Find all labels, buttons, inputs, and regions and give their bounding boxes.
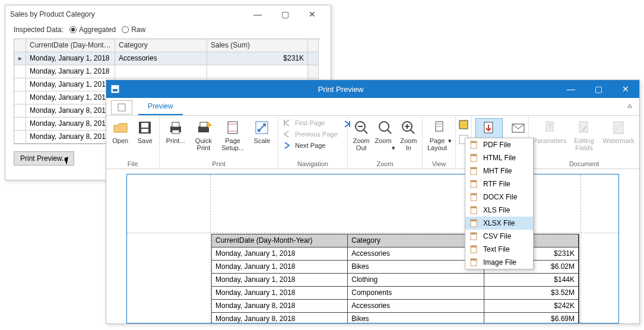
file-icon — [470, 232, 478, 240]
scroll-head — [308, 39, 319, 52]
save-button[interactable]: Save — [135, 118, 156, 154]
file-icon — [470, 154, 478, 162]
preview-table-row: Monday, January 1, 2018Clothing$144K — [212, 274, 579, 287]
svg-rect-51 — [471, 220, 477, 221]
app-icon — [106, 84, 124, 94]
grid-header-row: CurrentDate (Day-Month... Category Sales… — [14, 39, 320, 52]
svg-line-21 — [388, 130, 391, 134]
svg-line-23 — [411, 130, 414, 134]
file-icon — [470, 193, 478, 201]
svg-text:?: ? — [548, 122, 552, 131]
radio-aggregated[interactable]: Aggregated — [69, 26, 116, 34]
svg-rect-4 — [141, 123, 148, 128]
scale-button[interactable]: Scale — [250, 118, 274, 154]
collapse-ribbon-icon[interactable]: ㅿ — [626, 101, 633, 112]
print-preview-window: Print Preview — ▢ ✕ Preview ㅿ Open Save — [106, 80, 640, 324]
pv-close-button[interactable]: ✕ — [612, 80, 639, 98]
page-layout-button[interactable]: Page Layout ▾ — [426, 118, 452, 154]
group-zoom: Zoom Out Zoom▾ Zoom In Zoom — [348, 116, 423, 169]
ribbon-app-menu[interactable] — [111, 100, 132, 115]
grid-row[interactable]: ▸Monday, January 1, 2018Accessories$231K — [14, 52, 320, 65]
sales-title: Sales by Product Category — [10, 10, 244, 18]
preview-table-row: Monday, January 1, 2018Components$3.52M — [212, 287, 579, 300]
svg-rect-1 — [113, 89, 118, 91]
file-icon — [470, 180, 478, 188]
quick-print-button[interactable]: Quick Print — [191, 118, 215, 154]
previous-page-button[interactable]: Previous Page — [282, 129, 344, 139]
print-button[interactable]: Print... — [163, 118, 188, 154]
pv-minimize-button[interactable]: — — [557, 80, 585, 98]
export-menu-item[interactable]: RTF File — [465, 177, 533, 191]
editing-fields-button[interactable]: Editing Fields — [570, 118, 598, 154]
svg-rect-5 — [141, 129, 148, 132]
svg-rect-57 — [471, 259, 477, 261]
svg-rect-55 — [471, 246, 477, 248]
radio-raw[interactable]: Raw — [122, 26, 145, 34]
file-icon — [470, 258, 478, 266]
export-menu-item[interactable]: MHT File — [465, 164, 533, 177]
svg-rect-39 — [471, 141, 477, 143]
file-icon — [470, 245, 478, 253]
svg-line-18 — [364, 130, 367, 134]
group-navigation: First Page Previous Page Next Page Navig… — [278, 116, 348, 169]
sales-titlebar: Sales by Product Category — ▢ ✕ — [5, 5, 331, 23]
print-preview-button[interactable]: Print Preview... — [14, 151, 74, 166]
close-button[interactable]: ✕ — [299, 5, 326, 23]
svg-rect-11 — [228, 122, 237, 134]
group-print: Print... Quick Print Page Setup... Scale… — [160, 116, 278, 169]
export-menu-item[interactable]: Text File — [465, 243, 533, 256]
export-menu-item[interactable]: XLSX File — [465, 217, 533, 230]
next-page-button[interactable]: Next Page — [282, 141, 344, 150]
pv-maximize-button[interactable]: ▢ — [585, 80, 612, 98]
svg-rect-8 — [172, 130, 179, 134]
svg-point-20 — [379, 122, 389, 131]
preview-table-row: Monday, January 8, 2018Accessories$242K — [212, 300, 579, 313]
export-menu-item[interactable]: PDF File — [465, 138, 533, 151]
document-area[interactable]: CurrentDate (Day-Month-Year) Category Sa… — [106, 169, 639, 323]
col-sales[interactable]: Sales (Sum) — [207, 39, 308, 52]
tab-preview[interactable]: Preview — [138, 99, 183, 115]
svg-rect-53 — [471, 233, 477, 234]
first-page-button[interactable]: First Page — [282, 118, 344, 128]
export-menu-item[interactable]: DOCX File — [465, 191, 533, 204]
parameters-button[interactable]: ? Parameters — [532, 118, 567, 154]
export-menu-item[interactable]: XLS File — [465, 204, 533, 217]
export-dropdown: PDF FileHTML FileMHT FileRTF FileDOCX Fi… — [465, 138, 534, 269]
ribbon-tabs: Preview — [106, 98, 639, 116]
grid-row[interactable]: Monday, January 1, 2018 — [14, 65, 320, 78]
zoom-in-button[interactable]: Zoom In — [399, 118, 418, 154]
svg-rect-43 — [471, 167, 477, 169]
file-icon — [470, 219, 478, 227]
zoom-out-button[interactable]: Zoom Out — [351, 118, 371, 154]
svg-rect-41 — [471, 154, 477, 156]
maximize-button[interactable]: ▢ — [271, 5, 299, 23]
bg-color-button[interactable] — [458, 119, 469, 132]
export-menu-item[interactable]: CSV File — [465, 230, 533, 243]
page-setup-button[interactable]: Page Setup... — [220, 118, 246, 154]
svg-rect-29 — [459, 120, 468, 129]
zoom-button[interactable]: Zoom▾ — [375, 118, 395, 154]
svg-rect-49 — [471, 207, 477, 208]
open-button[interactable]: Open — [110, 118, 131, 154]
inspected-label: Inspected Data: — [14, 26, 64, 34]
file-icon — [470, 206, 478, 214]
export-menu-item[interactable]: Image File — [465, 256, 533, 269]
svg-rect-45 — [471, 180, 477, 182]
svg-rect-2 — [118, 104, 125, 111]
inspected-data-row: Inspected Data: Aggregated Raw — [5, 23, 331, 39]
group-view: Page Layout ▾ View — [423, 116, 456, 169]
col-category[interactable]: Category — [115, 39, 207, 52]
export-menu-item[interactable]: HTML File — [465, 151, 533, 164]
page: CurrentDate (Day-Month-Year) Category Sa… — [126, 174, 619, 323]
ribbon: ㅿ Open Save File Print... — [106, 116, 639, 169]
file-icon — [470, 141, 478, 149]
watermark-button[interactable]: Watermark — [601, 118, 636, 154]
group-document: ? Parameters Editing Fields Watermark Do… — [529, 116, 639, 169]
col-date[interactable]: CurrentDate (Day-Month... — [26, 39, 115, 52]
preview-titlebar: Print Preview — ▢ ✕ — [106, 80, 639, 98]
last-page-button[interactable] — [342, 119, 352, 131]
preview-title: Print Preview — [124, 85, 557, 94]
minimize-button[interactable]: — — [244, 5, 271, 23]
svg-rect-7 — [172, 122, 179, 127]
svg-rect-47 — [471, 193, 477, 195]
